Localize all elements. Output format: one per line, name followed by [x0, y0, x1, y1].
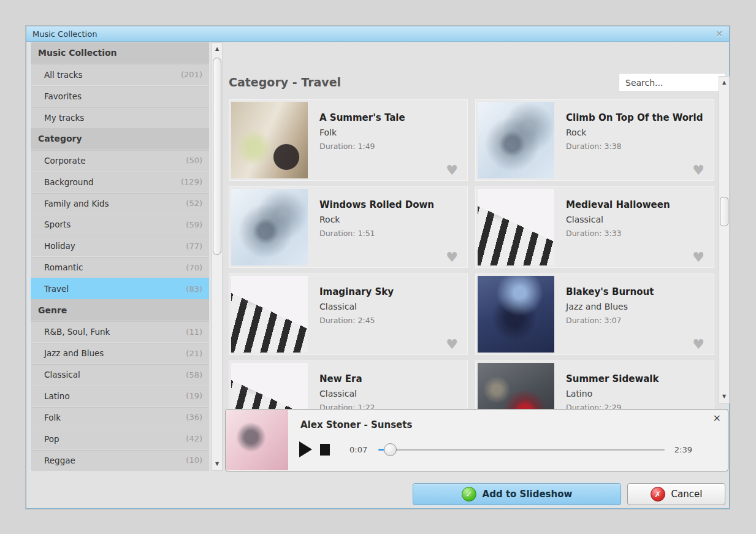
- sidebar-item-my-tracks[interactable]: My tracks: [31, 107, 209, 128]
- sidebar-item-label: My tracks: [44, 113, 84, 123]
- track-genre: Rock: [566, 128, 703, 137]
- track-thumbnail: [478, 189, 554, 265]
- window-close-icon[interactable]: ✕: [716, 29, 723, 39]
- page-title: Category - Travel: [229, 75, 341, 89]
- track-duration: Duration: 1:49: [319, 142, 405, 151]
- track-card-windows-rolled-down[interactable]: Windows Rolled DownRockDuration: 1:51♥: [229, 186, 468, 268]
- sidebar-item-label: Folk: [44, 413, 61, 422]
- track-duration: Duration: 3:33: [566, 229, 670, 238]
- sidebar-item-label: Jazz and Blues: [44, 348, 104, 358]
- sidebar: Music CollectionAll tracks(201)Favorites…: [30, 42, 209, 471]
- scroll-up-icon[interactable]: ▲: [212, 44, 222, 54]
- track-card-climb-on-top-of-the-world[interactable]: Climb On Top Of the WorldRockDuration: 3…: [475, 99, 714, 181]
- sidebar-item-count: (10): [186, 456, 202, 465]
- player-artwork: [226, 410, 288, 470]
- track-card-blakey-s-burnout[interactable]: Blakey's BurnoutJazz and BluesDuration: …: [475, 273, 714, 355]
- track-genre: Classical: [319, 389, 375, 399]
- track-duration: Duration: 3:38: [566, 142, 703, 151]
- track-list-viewport: A Summer's TaleFolkDuration: 1:49♥Climb …: [229, 99, 714, 433]
- sidebar-item-label: Romantic: [44, 262, 83, 272]
- add-to-slideshow-button[interactable]: ✓ Add to Slideshow: [413, 483, 621, 505]
- favorite-heart-icon[interactable]: ♥: [446, 162, 458, 178]
- track-info: Blakey's BurnoutJazz and BluesDuration: …: [556, 274, 654, 354]
- sidebar-item-count: (21): [186, 349, 202, 358]
- seek-slider[interactable]: [378, 443, 665, 456]
- sidebar-item-count: (36): [186, 413, 202, 422]
- sidebar-item-background[interactable]: Background(129): [31, 171, 209, 193]
- sidebar-item-pop[interactable]: Pop(42): [31, 428, 209, 449]
- sidebar-item-family-and-kids[interactable]: Family and Kids(52): [31, 193, 209, 214]
- track-duration: Duration: 1:51: [319, 229, 434, 238]
- slider-handle[interactable]: [384, 443, 397, 456]
- track-thumbnail: [478, 102, 554, 178]
- scrollbar-thumb[interactable]: [213, 58, 221, 255]
- sidebar-item-latino[interactable]: Latino(19): [31, 385, 209, 406]
- sidebar-item-count: (58): [186, 370, 202, 380]
- favorite-heart-icon[interactable]: ♥: [446, 337, 458, 352]
- sidebar-item-folk[interactable]: Folk(36): [31, 406, 209, 428]
- scrollbar-thumb[interactable]: [720, 197, 728, 226]
- sidebar-item-corporate[interactable]: Corporate(50): [31, 150, 209, 171]
- sidebar-item-favorites[interactable]: Favorites: [31, 85, 209, 107]
- player-close-icon[interactable]: ×: [713, 412, 721, 424]
- track-info: Imaginary SkyClassicalDuration: 2:45: [310, 274, 394, 354]
- sidebar-section-header-category: Category: [31, 128, 209, 150]
- titlebar: Music Collection ✕: [26, 26, 729, 42]
- track-thumbnail: [231, 189, 308, 265]
- music-collection-dialog: Music Collection ✕ Music CollectionAll t…: [26, 26, 730, 509]
- add-button-label: Add to Slideshow: [483, 489, 573, 500]
- sidebar-item-all-tracks[interactable]: All tracks(201): [31, 64, 209, 85]
- sidebar-item-classical[interactable]: Classical(58): [31, 364, 209, 385]
- sidebar-item-label: Travel: [44, 284, 69, 294]
- elapsed-time: 0:07: [349, 445, 367, 454]
- sidebar-item-reggae[interactable]: Reggae(10): [31, 449, 209, 471]
- track-thumbnail: [478, 276, 554, 353]
- favorite-heart-icon[interactable]: ♥: [446, 250, 458, 265]
- track-genre: Rock: [319, 215, 434, 224]
- track-title: Imaginary Sky: [319, 286, 394, 297]
- track-genre: Classical: [319, 302, 394, 311]
- sidebar-section-header-genre: Genre: [31, 299, 209, 321]
- sidebar-item-count: (129): [181, 177, 202, 186]
- track-genre: Classical: [566, 215, 670, 224]
- sidebar-scrollbar[interactable]: ▲ ▼: [212, 42, 223, 471]
- sidebar-item-count: (42): [186, 434, 202, 443]
- search-input[interactable]: [619, 73, 726, 92]
- sidebar-item-count: (52): [186, 199, 202, 208]
- sidebar-item-jazz-and-blues[interactable]: Jazz and Blues(21): [31, 342, 209, 364]
- total-time: 2:39: [674, 445, 692, 454]
- sidebar-item-travel[interactable]: Travel(83): [31, 278, 209, 299]
- track-grid: A Summer's TaleFolkDuration: 1:49♥Climb …: [229, 99, 714, 433]
- scroll-up-icon[interactable]: ▲: [719, 78, 729, 88]
- stop-button[interactable]: [320, 444, 330, 456]
- sidebar-item-holiday[interactable]: Holiday(77): [31, 235, 209, 256]
- track-thumbnail: [231, 102, 308, 178]
- track-card-medieval-halloween[interactable]: Medieval HalloweenClassicalDuration: 3:3…: [475, 186, 714, 268]
- track-card-a-summer-s-tale[interactable]: A Summer's TaleFolkDuration: 1:49♥: [229, 99, 468, 181]
- favorite-heart-icon[interactable]: ♥: [692, 337, 704, 352]
- slider-track: [378, 449, 665, 451]
- track-list-scrollbar[interactable]: ▲ ▼: [719, 76, 730, 403]
- track-info: Climb On Top Of the WorldRockDuration: 3…: [556, 100, 703, 180]
- sidebar-item-label: Sports: [44, 219, 71, 229]
- play-button[interactable]: [299, 441, 312, 457]
- cancel-button[interactable]: ✗ Cancel: [627, 483, 725, 505]
- track-title: New Era: [319, 373, 375, 384]
- sidebar-item-sports[interactable]: Sports(59): [31, 214, 209, 235]
- sidebar-item-r-b-soul-funk[interactable]: R&B, Soul, Funk(11): [31, 321, 209, 342]
- cross-icon: ✗: [651, 487, 665, 502]
- track-title: Summer Sidewalk: [566, 373, 659, 384]
- sidebar-item-label: Background: [44, 177, 94, 187]
- sidebar-item-label: R&B, Soul, Funk: [44, 327, 110, 337]
- window-title: Music Collection: [32, 29, 97, 39]
- scroll-down-icon[interactable]: ▼: [212, 459, 222, 469]
- sidebar-item-romantic[interactable]: Romantic(70): [31, 256, 209, 278]
- favorite-heart-icon[interactable]: ♥: [692, 162, 704, 178]
- sidebar-item-count: (11): [186, 327, 202, 337]
- track-title: Climb On Top Of the World: [566, 112, 703, 123]
- scroll-down-icon[interactable]: ▼: [719, 392, 729, 402]
- sidebar-item-label: Favorites: [44, 91, 82, 101]
- favorite-heart-icon[interactable]: ♥: [692, 250, 704, 265]
- player-controls: 0:07 2:39: [299, 441, 711, 457]
- track-card-imaginary-sky[interactable]: Imaginary SkyClassicalDuration: 2:45♥: [229, 273, 468, 355]
